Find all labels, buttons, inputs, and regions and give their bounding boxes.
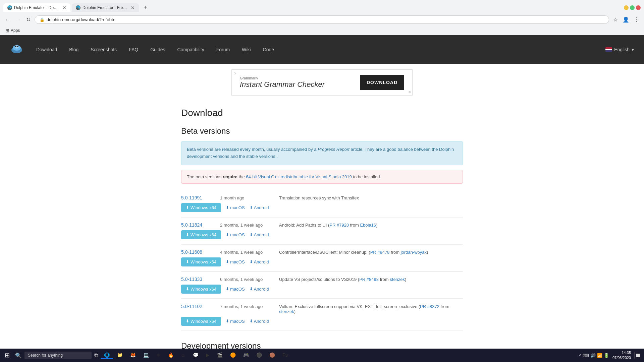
- user-link-3[interactable]: jordan-woyak: [401, 250, 427, 255]
- mac-download-4[interactable]: ⬇ macOS: [226, 287, 245, 292]
- android-download-2[interactable]: ⬇ Android: [250, 232, 269, 237]
- davinci-icon: 🎬: [217, 352, 223, 358]
- version-id-5[interactable]: 5.0-11102: [181, 304, 215, 309]
- windows-download-1[interactable]: ⬇ Windows x64: [181, 203, 221, 212]
- mac-download-1[interactable]: ⬇ macOS: [226, 205, 245, 210]
- pr-link-2[interactable]: PR #7920: [329, 223, 349, 228]
- new-tab-button[interactable]: +: [140, 2, 151, 13]
- taskbar-search[interactable]: Search for anything: [24, 352, 92, 359]
- nav-code[interactable]: Code: [257, 38, 280, 62]
- version-id-4[interactable]: 5.0-11333: [181, 277, 215, 282]
- nav-compatibility[interactable]: Compatibility: [171, 38, 210, 62]
- taskbar-app-steam[interactable]: ♨: [178, 352, 189, 359]
- taskbar-app-flameshot[interactable]: 🔥: [165, 352, 177, 359]
- version-row-4: 5.0-11333 6 months, 1 week ago Update VS…: [181, 272, 463, 299]
- tab-close-1[interactable]: ✕: [62, 5, 66, 10]
- taskbar-app-extra2[interactable]: ⚫: [253, 352, 265, 359]
- tab-close-2[interactable]: ✕: [131, 5, 135, 10]
- taskbar-app-whatsapp[interactable]: 💬: [190, 352, 202, 359]
- nav-blog[interactable]: Blog: [63, 38, 85, 62]
- stable-versions-link[interactable]: stable versions: [246, 154, 275, 159]
- taskbar-app-photoshop[interactable]: Ps: [279, 352, 291, 359]
- windows-download-2[interactable]: ⬇ Windows x64: [181, 230, 221, 239]
- android-download-3[interactable]: ⬇ Android: [250, 259, 269, 264]
- maximize-button[interactable]: [630, 5, 635, 10]
- nav-forum[interactable]: Forum: [210, 38, 236, 62]
- android-download-5[interactable]: ⬇ Android: [250, 319, 269, 324]
- minimize-button[interactable]: [624, 5, 629, 10]
- taskbar-app-firefox[interactable]: 🦊: [127, 352, 139, 359]
- forward-button[interactable]: →: [14, 15, 22, 24]
- android-download-1[interactable]: ⬇ Android: [250, 205, 269, 210]
- tray-battery-icon[interactable]: 🔋: [604, 353, 609, 358]
- taskbar-app-extra3[interactable]: 🟤: [266, 352, 278, 359]
- mac-dl-icon-4: ⬇: [226, 287, 229, 291]
- cortana-button[interactable]: 🔍: [13, 351, 24, 360]
- nav-faq[interactable]: FAQ: [123, 38, 144, 62]
- close-button[interactable]: [636, 5, 641, 10]
- taskbar-app-blender[interactable]: 🟠: [227, 352, 239, 359]
- taskbar-app-vscode[interactable]: 💻: [140, 352, 152, 359]
- taskbar-app-davinci[interactable]: 🎬: [214, 352, 226, 359]
- windows-download-5[interactable]: ⬇ Windows x64: [181, 317, 221, 326]
- divider-5: [181, 331, 463, 331]
- extra1-icon: 🎮: [243, 352, 249, 358]
- site-logo[interactable]: [10, 35, 30, 64]
- tray-volume-icon[interactable]: 🔊: [590, 353, 596, 358]
- tab-1[interactable]: 🐬 Dolphin Emulator - Download ✕: [3, 3, 70, 12]
- windows-download-3[interactable]: ⬇ Windows x64: [181, 257, 221, 266]
- pr-link-5[interactable]: PR #8372: [420, 304, 439, 309]
- version-desc-2: Android: Add Paths to UI (PR #7920 from …: [279, 223, 463, 228]
- ad-download-button[interactable]: DOWNLOAD: [360, 75, 404, 90]
- version-id-3[interactable]: 5.0-11608: [181, 249, 215, 255]
- nav-screenshots[interactable]: Screenshots: [85, 38, 123, 62]
- nav-guides[interactable]: Guides: [144, 38, 171, 62]
- mac-download-5[interactable]: ⬇ macOS: [226, 319, 245, 324]
- tray-network-icon[interactable]: 📶: [597, 353, 602, 358]
- pr-link-4[interactable]: PR #8498: [359, 277, 379, 282]
- refresh-button[interactable]: ↻: [25, 15, 32, 24]
- taskbar-clock[interactable]: 14:35 07/06/2020: [612, 350, 631, 361]
- vc-redist-link[interactable]: 64-bit Visual C++ redistributable for Vi…: [246, 174, 352, 179]
- user-link-4[interactable]: stenzek: [390, 277, 405, 282]
- profile-button[interactable]: 👤: [621, 15, 631, 24]
- task-view-button[interactable]: ⧉: [92, 351, 100, 360]
- nav-wiki[interactable]: Wiki: [236, 38, 257, 62]
- mac-dl-icon-1: ⬇: [226, 205, 229, 210]
- version-desc-3: ControllerInterface/DSUClient: Minor cle…: [279, 250, 463, 255]
- taskbar-app-chrome[interactable]: 🌐: [101, 352, 113, 359]
- info-text-2: article. They are a good balance between…: [351, 147, 454, 152]
- pr-link-3[interactable]: PR #8478: [370, 250, 390, 255]
- windows-download-4[interactable]: ⬇ Windows x64: [181, 285, 221, 294]
- language-selector[interactable]: English ▾: [605, 47, 634, 52]
- version-id-2[interactable]: 5.0-11824: [181, 222, 215, 228]
- show-desktop-button[interactable]: ⬜: [634, 352, 642, 359]
- taskbar-app-atom[interactable]: ⚛: [153, 352, 164, 359]
- start-button[interactable]: ⊞: [2, 350, 12, 360]
- android-download-4[interactable]: ⬇ Android: [250, 287, 269, 292]
- apps-bookmark[interactable]: ⊞ Apps: [3, 27, 22, 34]
- ad-close-button[interactable]: ✕: [408, 90, 411, 94]
- tab-2[interactable]: 🐬 Dolphin Emulator - Frequently A... ✕: [72, 3, 139, 12]
- bookmark-button[interactable]: ☆: [612, 15, 619, 24]
- address-bar[interactable]: 🔒: [35, 15, 609, 24]
- version-id-1[interactable]: 5.0-11991: [181, 195, 215, 200]
- user-link-2[interactable]: Ebola16: [360, 223, 376, 228]
- taskbar-app-extra1[interactable]: 🎮: [240, 352, 252, 359]
- tray-expand-icon[interactable]: ^: [579, 353, 581, 358]
- download-buttons-3: ⬇ Windows x64 ⬇ macOS ⬇ Android: [181, 257, 463, 266]
- dev-versions-link[interactable]: development versions: [187, 154, 229, 159]
- mac-download-3[interactable]: ⬇ macOS: [226, 259, 245, 264]
- back-button[interactable]: ←: [3, 15, 11, 24]
- address-input[interactable]: [47, 17, 604, 22]
- mac-download-2[interactable]: ⬇ macOS: [226, 232, 245, 237]
- nav-links: Download Blog Screenshots FAQ Guides Com…: [30, 38, 280, 62]
- menu-button[interactable]: ⋮: [633, 15, 641, 24]
- user-link-5[interactable]: stenzek: [279, 309, 294, 314]
- nav-download[interactable]: Download: [30, 38, 63, 62]
- taskbar-app-media[interactable]: ▶: [203, 352, 213, 359]
- beta-versions-title: Beta versions: [181, 126, 463, 136]
- progress-report-link[interactable]: Progress Report: [318, 147, 350, 152]
- taskbar-app-explorer[interactable]: 📁: [114, 352, 126, 359]
- ad-headline: Instant Grammar Checker: [240, 80, 353, 89]
